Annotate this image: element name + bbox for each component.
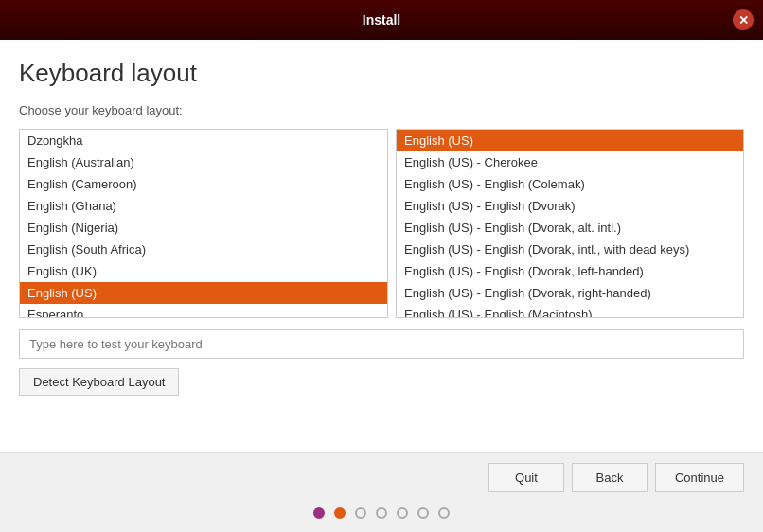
list-item[interactable]: English (US) - English (Dvorak, alt. int…	[397, 217, 743, 239]
close-button[interactable]: ✕	[733, 9, 754, 30]
variant-list[interactable]: English (US)English (US) - CherokeeEngli…	[396, 129, 744, 318]
progress-dot	[438, 507, 450, 519]
list-item[interactable]: English (UK)	[20, 260, 387, 282]
list-item[interactable]: English (US) - Cherokee	[397, 151, 743, 173]
progress-dot	[355, 507, 366, 519]
list-item[interactable]: English (Ghana)	[20, 195, 387, 217]
quit-button[interactable]: Quit	[488, 463, 564, 492]
list-item[interactable]: English (US) - English (Dvorak, left-han…	[397, 260, 743, 282]
continue-button[interactable]: Continue	[655, 463, 744, 492]
test-input-row	[19, 329, 744, 359]
list-item[interactable]: English (US)	[397, 130, 743, 151]
language-list[interactable]: DzongkhaEnglish (Australian)English (Cam…	[19, 129, 388, 318]
progress-dot	[313, 507, 325, 519]
progress-dot	[417, 507, 429, 519]
subtitle: Choose your keyboard layout:	[19, 103, 744, 117]
titlebar-title: Install	[363, 12, 400, 27]
main-content: Keyboard layout Choose your keyboard lay…	[0, 40, 763, 452]
list-item[interactable]: English (US) - English (Colemak)	[397, 173, 743, 195]
keyboard-test-input[interactable]	[19, 329, 744, 359]
list-item[interactable]: English (US)	[20, 282, 387, 304]
back-button[interactable]: Back	[572, 463, 648, 492]
nav-buttons: Quit Back Continue	[19, 463, 744, 492]
progress-dot	[397, 507, 408, 519]
list-item[interactable]: English (US) - English (Dvorak, intl., w…	[397, 239, 743, 260]
detect-keyboard-button[interactable]: Detect Keyboard Layout	[19, 368, 179, 396]
lists-row: DzongkhaEnglish (Australian)English (Cam…	[19, 129, 744, 318]
progress-dot	[334, 507, 346, 519]
page-title: Keyboard layout	[19, 59, 744, 88]
list-item[interactable]: English (Nigeria)	[20, 217, 387, 239]
bottom-bar: Quit Back Continue	[0, 452, 763, 532]
progress-dot	[376, 507, 387, 519]
list-item[interactable]: English (US) - English (Dvorak)	[397, 195, 743, 217]
list-item[interactable]: English (US) - English (Macintosh)	[397, 304, 743, 318]
list-item[interactable]: English (Australian)	[20, 151, 387, 173]
detect-button-container: Detect Keyboard Layout	[19, 368, 744, 396]
list-item[interactable]: English (US) - English (Dvorak, right-ha…	[397, 282, 743, 304]
list-item[interactable]: Esperanto	[20, 304, 387, 318]
list-item[interactable]: English (Cameroon)	[20, 173, 387, 195]
titlebar: Install ✕	[0, 0, 763, 40]
progress-dots	[19, 504, 744, 523]
list-item[interactable]: English (South Africa)	[20, 239, 387, 260]
list-item[interactable]: Dzongkha	[20, 130, 387, 151]
